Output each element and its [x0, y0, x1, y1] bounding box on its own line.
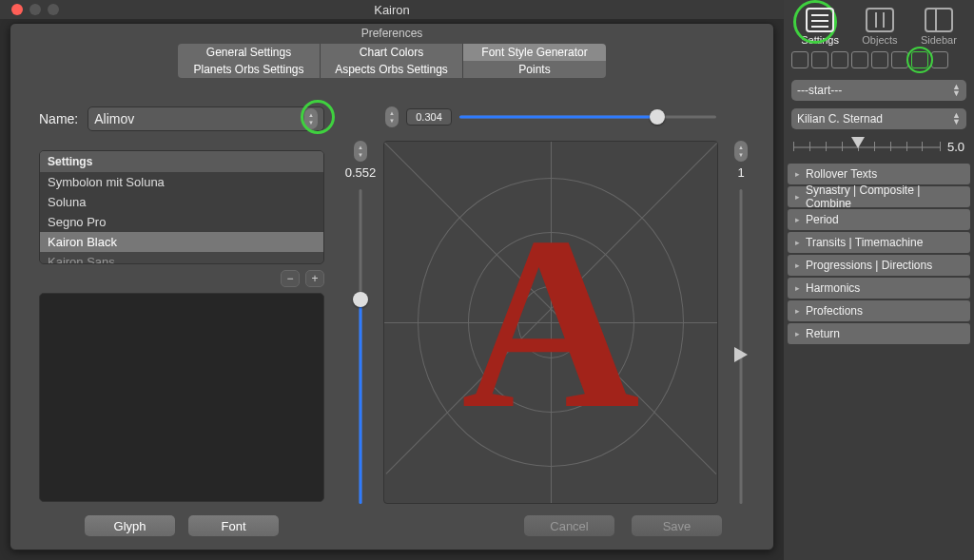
start-select-value: ---start---	[797, 84, 842, 97]
right-sidebar: Settings Objects Sidebar ---sta	[784, 0, 974, 560]
acc-rollover-texts[interactable]: Rollover Texts	[788, 164, 970, 184]
save-button[interactable]: Save	[632, 515, 722, 536]
acc-harmonics[interactable]: Harmonics	[788, 278, 970, 299]
close-icon[interactable]	[11, 4, 23, 15]
pointer-knob[interactable]	[734, 347, 748, 362]
view-icon-4[interactable]	[851, 51, 868, 68]
acc-profections[interactable]: Profections	[788, 300, 970, 321]
font-button[interactable]: Font	[188, 515, 279, 536]
name-field[interactable]	[88, 106, 324, 131]
objects-icon	[866, 8, 894, 32]
person-select[interactable]: Kilian C. Sternad ▲▼	[791, 108, 966, 129]
glyph-letter: A	[461, 199, 640, 446]
tab-general[interactable]: General Settings	[178, 44, 321, 61]
tab-chart-colors[interactable]: Chart Colors	[321, 44, 463, 61]
acc-period[interactable]: Period	[788, 209, 970, 230]
prefs-header: Preferences	[10, 24, 773, 44]
remove-setting-button[interactable]: −	[281, 270, 300, 287]
chevron-updown-icon: ▲▼	[952, 112, 961, 126]
glyph-button[interactable]: Glyph	[85, 515, 175, 536]
settings-item[interactable]: Kairon Sans	[40, 252, 323, 264]
acc-transits[interactable]: Transits | Timemachine	[788, 232, 970, 253]
preferences-window: Preferences General Settings Chart Color…	[10, 23, 774, 550]
add-setting-button[interactable]: +	[305, 270, 324, 287]
tab-planets-orbs[interactable]: Planets Orbs Settings	[178, 61, 321, 78]
name-stepper[interactable]	[304, 108, 318, 129]
slider-knob[interactable]	[353, 292, 368, 307]
sidebar-tab-label: Objects	[862, 34, 897, 46]
start-select[interactable]: ---start--- ▲▼	[791, 80, 966, 101]
left-vertical-slider[interactable]	[349, 189, 372, 504]
tab-aspects-orbs[interactable]: Aspects Orbs Settings	[321, 61, 463, 78]
chevron-updown-icon: ▲▼	[952, 84, 961, 97]
slider-knob[interactable]	[650, 109, 665, 125]
settings-item[interactable]: Soluna	[40, 192, 323, 212]
acc-return[interactable]: Return	[788, 323, 970, 344]
view-icon-3[interactable]	[831, 51, 848, 68]
view-icon-7-selected[interactable]	[911, 51, 928, 68]
name-label: Name:	[39, 111, 78, 126]
acc-synastry[interactable]: Synastry | Composite | Combine	[788, 186, 970, 207]
sidebar-tab-objects[interactable]: Objects	[862, 8, 897, 46]
tick-slider[interactable]	[793, 139, 940, 154]
view-icon-1[interactable]	[791, 51, 808, 68]
left-stepper[interactable]	[354, 141, 367, 162]
settings-item[interactable]: Symbolon mit Soluna	[40, 172, 323, 192]
sidebar-tab-label: Sidebar	[921, 34, 957, 46]
horiz-value: 0.304	[406, 108, 452, 126]
prefs-tabs: General Settings Chart Colors Font Style…	[10, 44, 773, 78]
sidebar-tab-sidebar[interactable]: Sidebar	[921, 8, 957, 46]
view-mode-icons	[784, 48, 974, 76]
view-icon-2[interactable]	[811, 51, 828, 68]
window-title: Kairon	[374, 3, 410, 17]
right-value: 1	[737, 165, 744, 180]
right-stepper[interactable]	[734, 141, 748, 162]
sidebar-tab-settings[interactable]: Settings	[801, 8, 839, 46]
acc-progressions[interactable]: Progressions | Directions	[788, 255, 970, 276]
view-icon-8[interactable]	[931, 51, 948, 68]
horiz-stepper[interactable]	[385, 106, 399, 127]
minimize-icon[interactable]	[29, 4, 41, 15]
view-icon-5[interactable]	[871, 51, 888, 68]
tick-value: 5.0	[947, 140, 964, 154]
settings-list-header: Settings	[40, 151, 323, 172]
preview-box	[39, 293, 324, 502]
accordion: Rollover Texts Synastry | Composite | Co…	[784, 164, 974, 344]
tab-points[interactable]: Points	[463, 61, 606, 78]
name-input[interactable]	[94, 111, 304, 126]
settings-list: Settings Symbolon mit Soluna Soluna Segn…	[39, 150, 324, 264]
sidebar-tab-label: Settings	[801, 34, 839, 46]
zoom-icon[interactable]	[48, 4, 59, 15]
title-bar: Kairon	[0, 0, 784, 19]
settings-icon	[806, 8, 834, 32]
sidebar-icon	[925, 8, 953, 32]
left-value: 0.552	[345, 165, 377, 180]
glyph-canvas: A	[383, 141, 718, 504]
view-icon-6[interactable]	[891, 51, 908, 68]
right-vertical-slider[interactable]	[730, 189, 752, 504]
tab-font-style-generator[interactable]: Font Style Generator	[463, 44, 606, 61]
person-select-value: Kilian C. Sternad	[797, 112, 883, 126]
cancel-button[interactable]: Cancel	[524, 515, 614, 536]
settings-item-selected[interactable]: Kairon Black	[40, 232, 323, 252]
horizontal-slider[interactable]	[459, 107, 716, 126]
settings-item[interactable]: Segno Pro	[40, 212, 323, 232]
tick-knob[interactable]	[851, 137, 865, 148]
